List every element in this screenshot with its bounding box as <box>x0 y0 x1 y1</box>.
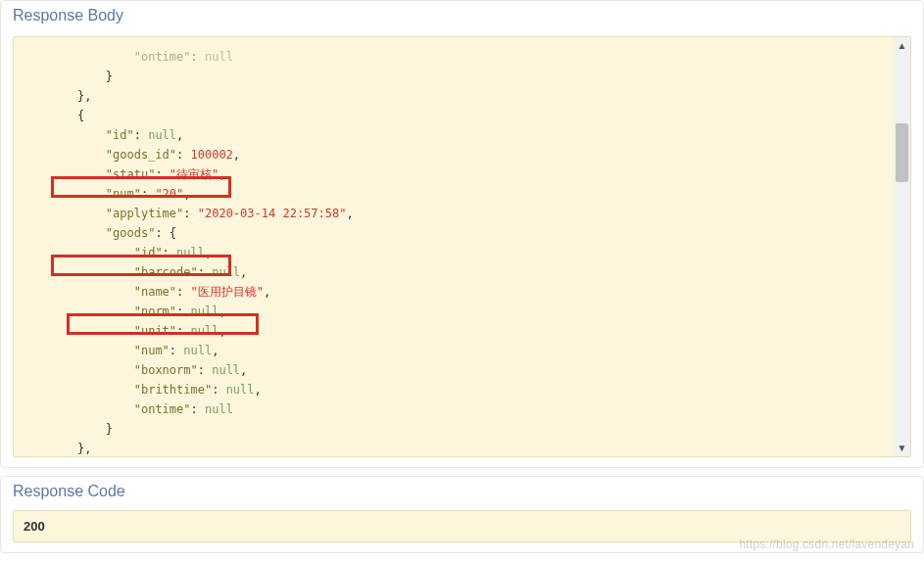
response-body-json[interactable]: "ontime": null } }, { "id": null, "goods… <box>14 37 910 457</box>
response-code-content: 200 <box>1 506 923 552</box>
response-body-box[interactable]: "ontime": null } }, { "id": null, "goods… <box>13 36 911 457</box>
response-code-value: 200 <box>13 510 911 542</box>
response-code-panel: Response Code 200 <box>0 476 924 553</box>
vertical-scrollbar[interactable]: ▲ ▼ <box>894 37 910 456</box>
response-body-panel: Response Body "ontime": null } }, { "id"… <box>0 0 924 468</box>
scrollbar-thumb[interactable] <box>896 123 908 182</box>
response-code-title: Response Code <box>1 477 923 506</box>
response-body-content: "ontime": null } }, { "id": null, "goods… <box>1 30 923 467</box>
scroll-down-icon[interactable]: ▼ <box>894 440 910 456</box>
response-body-title: Response Body <box>1 1 923 30</box>
scroll-up-icon[interactable]: ▲ <box>894 37 910 54</box>
